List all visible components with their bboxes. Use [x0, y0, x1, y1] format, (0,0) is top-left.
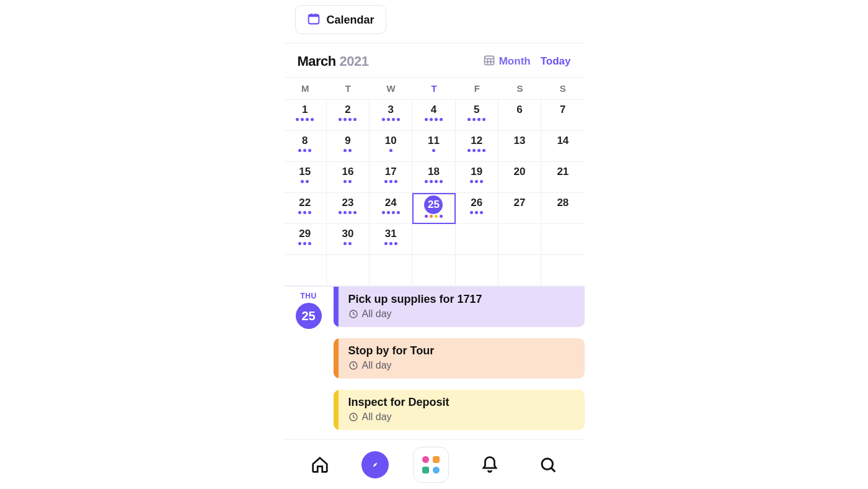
apps-icon — [422, 456, 440, 473]
day-number: 20 — [514, 166, 526, 178]
clock-icon — [348, 412, 358, 422]
day-cell[interactable]: 21 — [541, 162, 584, 193]
day-cell[interactable]: 12 — [456, 131, 498, 162]
nav-explore[interactable] — [361, 451, 389, 478]
day-cell[interactable]: 26 — [456, 193, 498, 224]
selected-day-circle: 25 — [296, 303, 322, 329]
day-number: 16 — [342, 166, 353, 178]
day-cell[interactable]: 19 — [456, 162, 498, 193]
event-dots — [343, 242, 352, 245]
day-number: 18 — [428, 166, 440, 178]
events-region: THU 25 Pick up supplies for 1717All dayS… — [284, 286, 585, 430]
day-cell — [498, 224, 541, 255]
day-cell[interactable]: 13 — [498, 131, 541, 162]
day-cell[interactable]: 29 — [284, 224, 327, 255]
day-cell — [498, 255, 541, 286]
day-cell[interactable]: 6 — [498, 100, 541, 131]
event-card[interactable]: Inspect for DepositAll day — [334, 390, 585, 430]
nav-search[interactable] — [531, 448, 565, 482]
day-cell[interactable]: 20 — [498, 162, 541, 193]
event-dots — [343, 180, 352, 183]
day-cell[interactable]: 18 — [412, 162, 455, 193]
day-cell — [370, 255, 412, 286]
day-cell[interactable]: 11 — [412, 131, 455, 162]
day-cell[interactable]: 4 — [412, 100, 455, 131]
event-body: Inspect for DepositAll day — [339, 390, 585, 430]
event-color-bar — [334, 390, 339, 430]
dow-header: F — [456, 78, 498, 99]
day-number: 6 — [516, 104, 522, 116]
day-number: 22 — [299, 197, 311, 209]
day-number: 8 — [302, 135, 308, 147]
calendar-grid-icon — [483, 54, 495, 70]
day-cell — [456, 255, 498, 286]
event-dots — [384, 242, 397, 245]
day-number: 7 — [560, 104, 565, 116]
nav-home[interactable] — [303, 448, 337, 482]
event-dots — [343, 149, 352, 152]
event-card[interactable]: Stop by for TourAll day — [334, 338, 585, 379]
day-cell — [284, 255, 327, 286]
clock-icon — [348, 361, 358, 370]
day-number: 13 — [514, 135, 526, 147]
day-cell[interactable]: 15 — [284, 162, 327, 193]
dow-header: M — [284, 78, 327, 99]
day-cell[interactable]: 23 — [327, 193, 370, 224]
day-cell[interactable]: 31 — [370, 224, 412, 255]
day-number: 4 — [431, 104, 436, 116]
year-label: 2021 — [339, 53, 368, 69]
day-cell[interactable]: 30 — [327, 224, 370, 255]
day-cell[interactable]: 14 — [541, 131, 584, 162]
day-cell[interactable]: 5 — [456, 100, 498, 131]
day-cell[interactable]: 16 — [327, 162, 370, 193]
dow-header: S — [541, 78, 584, 99]
svg-line-15 — [551, 468, 555, 472]
calendar-tab-label: Calendar — [327, 14, 374, 25]
day-cell — [412, 255, 455, 286]
day-cell[interactable]: 1 — [284, 100, 327, 131]
event-title: Pick up supplies for 1717 — [348, 293, 575, 306]
event-color-bar — [334, 338, 339, 379]
day-cell[interactable]: 2 — [327, 100, 370, 131]
calendar-tab[interactable]: Calendar — [295, 5, 386, 34]
day-cell — [541, 224, 584, 255]
day-number: 26 — [471, 197, 482, 209]
day-cell[interactable]: 28 — [541, 193, 584, 224]
home-icon — [311, 455, 329, 474]
view-toggle[interactable]: Month — [483, 54, 531, 70]
day-number: 1 — [302, 104, 308, 116]
day-number: 30 — [342, 228, 353, 240]
day-cell[interactable]: 17 — [370, 162, 412, 193]
nav-notifications[interactable] — [473, 448, 507, 482]
day-cell[interactable]: 25 — [412, 193, 455, 224]
day-cell[interactable]: 27 — [498, 193, 541, 224]
today-button[interactable]: Today — [541, 55, 571, 68]
bell-icon — [480, 455, 499, 474]
event-dots — [298, 242, 311, 245]
day-cell[interactable]: 22 — [284, 193, 327, 224]
day-cell[interactable]: 10 — [370, 131, 412, 162]
day-cell[interactable]: 9 — [327, 131, 370, 162]
day-number: 31 — [385, 228, 397, 240]
svg-point-14 — [542, 459, 553, 470]
day-number: 12 — [471, 135, 482, 147]
event-dots — [301, 180, 309, 183]
nav-apps[interactable] — [413, 447, 449, 483]
day-cell — [456, 224, 498, 255]
day-cell[interactable]: 8 — [284, 131, 327, 162]
day-number: 29 — [299, 228, 311, 240]
event-dots — [298, 211, 311, 214]
event-dots — [425, 118, 443, 121]
event-dots — [467, 149, 485, 152]
day-number: 14 — [557, 135, 569, 147]
event-dots — [296, 118, 314, 121]
tab-bar: Calendar — [284, 0, 585, 34]
event-card[interactable]: Pick up supplies for 1717All day — [334, 287, 585, 327]
day-cell — [412, 224, 455, 255]
day-cell[interactable]: 3 — [370, 100, 412, 131]
dow-header: T — [327, 78, 370, 99]
event-dots — [339, 211, 356, 214]
day-cell[interactable]: 24 — [370, 193, 412, 224]
day-cell[interactable]: 7 — [541, 100, 584, 131]
event-dots — [470, 211, 483, 214]
